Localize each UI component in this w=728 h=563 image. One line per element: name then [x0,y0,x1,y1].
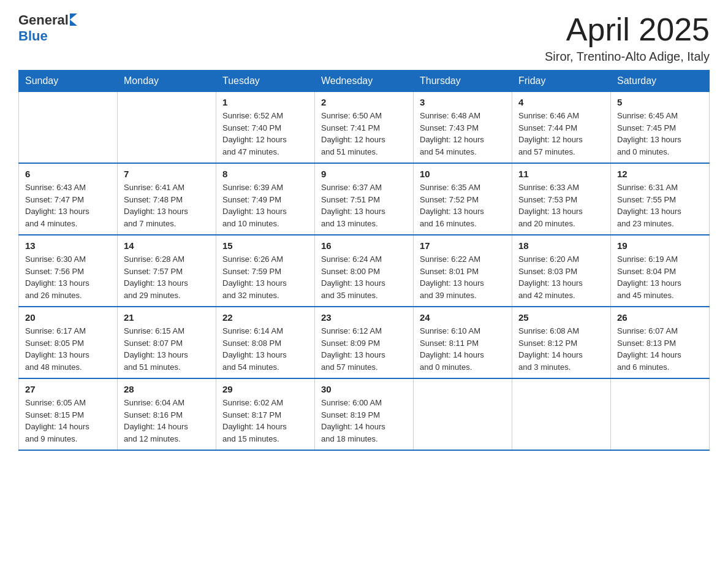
page-header: General Blue April 2025 Siror, Trentino-… [18,12,710,64]
day-number: 7 [124,169,210,179]
day-number: 18 [518,240,604,251]
calendar-cell: 2Sunrise: 6:50 AM Sunset: 7:41 PM Daylig… [315,92,414,164]
day-number: 6 [25,169,111,179]
calendar-week-3: 13Sunrise: 6:30 AM Sunset: 7:56 PM Dayli… [19,235,710,307]
day-of-week-thursday: Thursday [414,71,512,92]
calendar-cell: 18Sunrise: 6:20 AM Sunset: 8:03 PM Dayli… [512,235,611,307]
calendar-cell: 12Sunrise: 6:31 AM Sunset: 7:55 PM Dayli… [611,163,710,235]
day-of-week-monday: Monday [118,71,216,92]
calendar-cell: 22Sunrise: 6:14 AM Sunset: 8:08 PM Dayli… [216,307,315,378]
calendar-cell: 20Sunrise: 6:17 AM Sunset: 8:05 PM Dayli… [19,307,118,378]
calendar-cell: 16Sunrise: 6:24 AM Sunset: 8:00 PM Dayli… [315,235,414,307]
day-number: 22 [222,312,308,323]
day-number: 11 [518,169,604,179]
day-info: Sunrise: 6:08 AM Sunset: 8:12 PM Dayligh… [518,325,604,373]
calendar-cell: 24Sunrise: 6:10 AM Sunset: 8:11 PM Dayli… [414,307,512,378]
day-info: Sunrise: 6:39 AM Sunset: 7:49 PM Dayligh… [222,182,308,229]
calendar-cell: 30Sunrise: 6:00 AM Sunset: 8:19 PM Dayli… [315,378,414,450]
day-number: 1 [222,97,308,107]
day-info: Sunrise: 6:26 AM Sunset: 7:59 PM Dayligh… [222,253,308,301]
calendar-cell: 11Sunrise: 6:33 AM Sunset: 7:53 PM Dayli… [512,163,611,235]
calendar-cell: 27Sunrise: 6:05 AM Sunset: 8:15 PM Dayli… [19,378,118,450]
day-number: 28 [124,384,210,394]
day-info: Sunrise: 6:19 AM Sunset: 8:04 PM Dayligh… [617,253,703,301]
day-number: 19 [617,240,703,251]
calendar-cell: 17Sunrise: 6:22 AM Sunset: 8:01 PM Dayli… [414,235,512,307]
day-info: Sunrise: 6:46 AM Sunset: 7:44 PM Dayligh… [518,110,604,158]
title-block: April 2025 Siror, Trentino-Alto Adige, I… [545,12,710,64]
day-number: 14 [124,240,210,251]
day-number: 17 [420,240,506,251]
day-info: Sunrise: 6:41 AM Sunset: 7:48 PM Dayligh… [124,182,210,229]
calendar-week-5: 27Sunrise: 6:05 AM Sunset: 8:15 PM Dayli… [19,378,710,450]
day-number: 13 [25,240,111,251]
day-number: 5 [617,97,703,107]
calendar-cell: 23Sunrise: 6:12 AM Sunset: 8:09 PM Dayli… [315,307,414,378]
calendar-cell: 13Sunrise: 6:30 AM Sunset: 7:56 PM Dayli… [19,235,118,307]
day-info: Sunrise: 6:15 AM Sunset: 8:07 PM Dayligh… [124,325,210,373]
day-info: Sunrise: 6:43 AM Sunset: 7:47 PM Dayligh… [25,182,111,229]
calendar-week-2: 6Sunrise: 6:43 AM Sunset: 7:47 PM Daylig… [19,163,710,235]
day-info: Sunrise: 6:07 AM Sunset: 8:13 PM Dayligh… [617,325,703,373]
calendar-cell: 7Sunrise: 6:41 AM Sunset: 7:48 PM Daylig… [118,163,216,235]
calendar-cell: 19Sunrise: 6:19 AM Sunset: 8:04 PM Dayli… [611,235,710,307]
logo-blue-text: Blue [18,28,48,44]
day-info: Sunrise: 6:52 AM Sunset: 7:40 PM Dayligh… [222,110,308,158]
day-number: 9 [321,169,407,179]
calendar-cell: 3Sunrise: 6:48 AM Sunset: 7:43 PM Daylig… [414,92,512,164]
day-number: 3 [420,97,506,107]
calendar-week-1: 1Sunrise: 6:52 AM Sunset: 7:40 PM Daylig… [19,92,710,164]
logo: General Blue [18,12,77,44]
day-number: 4 [518,97,604,107]
day-info: Sunrise: 6:14 AM Sunset: 8:08 PM Dayligh… [222,325,308,373]
calendar-cell [118,92,216,164]
day-info: Sunrise: 6:20 AM Sunset: 8:03 PM Dayligh… [518,253,604,301]
day-number: 23 [321,312,407,323]
logo-flag-icon [70,13,77,26]
calendar-cell [19,92,118,164]
logo-general-text: General [18,12,69,28]
calendar-cell: 26Sunrise: 6:07 AM Sunset: 8:13 PM Dayli… [611,307,710,378]
calendar-cell [512,378,611,450]
day-number: 26 [617,312,703,323]
calendar-cell: 1Sunrise: 6:52 AM Sunset: 7:40 PM Daylig… [216,92,315,164]
days-of-week-row: SundayMondayTuesdayWednesdayThursdayFrid… [19,71,710,92]
day-number: 29 [222,384,308,394]
calendar-cell: 5Sunrise: 6:45 AM Sunset: 7:45 PM Daylig… [611,92,710,164]
day-number: 10 [420,169,506,179]
day-info: Sunrise: 6:33 AM Sunset: 7:53 PM Dayligh… [518,182,604,229]
calendar-cell: 8Sunrise: 6:39 AM Sunset: 7:49 PM Daylig… [216,163,315,235]
calendar-cell: 14Sunrise: 6:28 AM Sunset: 7:57 PM Dayli… [118,235,216,307]
calendar-cell: 10Sunrise: 6:35 AM Sunset: 7:52 PM Dayli… [414,163,512,235]
day-info: Sunrise: 6:50 AM Sunset: 7:41 PM Dayligh… [321,110,407,158]
location-title: Siror, Trentino-Alto Adige, Italy [545,50,710,64]
day-info: Sunrise: 6:22 AM Sunset: 8:01 PM Dayligh… [420,253,506,301]
day-number: 25 [518,312,604,323]
day-number: 8 [222,169,308,179]
day-info: Sunrise: 6:24 AM Sunset: 8:00 PM Dayligh… [321,253,407,301]
day-number: 12 [617,169,703,179]
day-number: 16 [321,240,407,251]
day-number: 21 [124,312,210,323]
calendar-week-4: 20Sunrise: 6:17 AM Sunset: 8:05 PM Dayli… [19,307,710,378]
calendar-cell: 4Sunrise: 6:46 AM Sunset: 7:44 PM Daylig… [512,92,611,164]
day-info: Sunrise: 6:10 AM Sunset: 8:11 PM Dayligh… [420,325,506,373]
day-of-week-tuesday: Tuesday [216,71,315,92]
calendar-cell: 28Sunrise: 6:04 AM Sunset: 8:16 PM Dayli… [118,378,216,450]
day-number: 24 [420,312,506,323]
day-info: Sunrise: 6:28 AM Sunset: 7:57 PM Dayligh… [124,253,210,301]
day-info: Sunrise: 6:02 AM Sunset: 8:17 PM Dayligh… [222,397,308,445]
day-info: Sunrise: 6:37 AM Sunset: 7:51 PM Dayligh… [321,182,407,229]
day-number: 2 [321,97,407,107]
calendar-cell: 15Sunrise: 6:26 AM Sunset: 7:59 PM Dayli… [216,235,315,307]
calendar-cell: 6Sunrise: 6:43 AM Sunset: 7:47 PM Daylig… [19,163,118,235]
month-title: April 2025 [545,12,710,47]
day-number: 30 [321,384,407,394]
day-info: Sunrise: 6:45 AM Sunset: 7:45 PM Dayligh… [617,110,703,158]
calendar-cell [611,378,710,450]
day-info: Sunrise: 6:12 AM Sunset: 8:09 PM Dayligh… [321,325,407,373]
day-info: Sunrise: 6:48 AM Sunset: 7:43 PM Dayligh… [420,110,506,158]
day-of-week-saturday: Saturday [611,71,710,92]
calendar-cell: 21Sunrise: 6:15 AM Sunset: 8:07 PM Dayli… [118,307,216,378]
day-info: Sunrise: 6:04 AM Sunset: 8:16 PM Dayligh… [124,397,210,445]
